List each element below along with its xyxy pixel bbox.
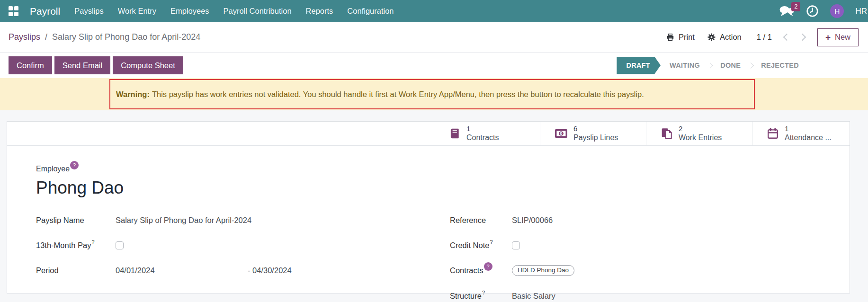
menu-reports[interactable]: Reports [306,7,333,16]
workflow-buttons: Confirm Send Email Compute Sheet [9,56,183,74]
printer-icon [666,33,675,42]
help-question-badge[interactable]: ? [484,262,492,271]
stat-button-attendance[interactable]: 1 Attendance ... [752,122,850,145]
field-structure: Structure? Basic Salary [450,291,850,301]
navbar-right: 2 H HR [779,4,868,18]
copy-pages-icon [661,127,673,140]
status-draft[interactable]: DRAFT [617,57,661,74]
contracts-label: Contracts? [450,266,512,275]
activity-clock-icon[interactable] [806,5,819,18]
stat-text: 1 Contracts [466,124,499,143]
form-body: Employee ? Phong Dao Payslip Name Salary… [7,146,850,302]
period-label: Period [36,266,116,275]
action-button[interactable]: Action [707,33,742,42]
confirm-button[interactable]: Confirm [9,56,52,74]
pager: 1 / 1 [757,33,772,42]
field-payslip-name: Payslip Name Salary Slip of Phong Dao fo… [36,215,450,225]
contract-tag[interactable]: HĐLĐ Phong Dao [512,265,574,276]
user-name[interactable]: HR [855,7,867,16]
stat-label: Contracts [466,133,499,143]
form-column-left: Payslip Name Salary Slip of Phong Dao fo… [36,215,450,302]
stat-text: 1 Attendance ... [785,124,832,143]
stat-text: 6 Payslip Lines [573,124,618,143]
book-icon [448,127,461,140]
reference-value[interactable]: SLIP/00066 [512,216,553,225]
warning-prefix: Warning: [116,90,150,99]
warning-highlight-box: Warning: This payslip has work entries n… [109,79,755,109]
credit-note-checkbox[interactable] [512,241,520,249]
status-waiting[interactable]: WAITING [663,62,706,69]
compute-sheet-button[interactable]: Compute Sheet [113,56,183,74]
stat-count: 1 [466,124,499,133]
navbar-left: Payroll Payslips Work Entry Employees Pa… [9,6,394,17]
breadcrumb-separator: / [45,32,47,42]
action-label: Action [720,33,742,42]
stat-button-contracts[interactable]: 1 Contracts [434,122,540,145]
payslip-name-label: Payslip Name [36,216,116,225]
new-button[interactable]: + New [817,28,859,46]
stat-count: 1 [785,124,832,133]
print-label: Print [679,33,695,42]
stat-text: 2 Work Entries [679,124,722,143]
messages-count-badge: 2 [791,2,800,11]
avatar[interactable]: H [830,4,844,18]
apps-grid-icon[interactable] [9,6,18,16]
control-panel-right: Print Action 1 / 1 + New [666,28,859,46]
field-period: Period 04/01/2024 - 04/30/2024 [36,265,450,275]
action-row: Confirm Send Email Compute Sheet DRAFT W… [0,53,868,78]
stat-label: Work Entries [679,133,722,143]
pager-next-button[interactable] [799,34,806,41]
help-superscript: ? [490,239,492,245]
statusbar: DRAFT WAITING DONE REJECTED [617,57,805,74]
control-panel: Payslips / Salary Slip of Phong Dao for … [0,22,868,53]
stat-button-payslip-lines[interactable]: 0 6 Payslip Lines [540,122,646,145]
employee-field-label: Employee ? [36,165,850,173]
status-rejected[interactable]: REJECTED [755,62,805,69]
app-name[interactable]: Payroll [30,6,60,17]
structure-label: Structure? [450,292,512,301]
status-separator-icon [707,62,713,69]
help-question-badge[interactable]: ? [70,161,79,169]
payslip-name-value[interactable]: Salary Slip of Phong Dao for April-2024 [116,216,251,225]
status-separator-icon [748,62,754,69]
menu-payroll-contribution[interactable]: Payroll Contribution [224,7,292,16]
stat-count: 2 [679,124,722,133]
main-content: 1 Contracts 0 6 Payslip Lines [0,110,868,293]
menu-payslips[interactable]: Payslips [74,7,103,16]
employee-label-text: Employee [36,165,70,173]
breadcrumb-current: Salary Slip of Phong Dao for April-2024 [52,32,200,42]
pager-previous-button[interactable] [783,34,791,41]
help-superscript: ? [91,239,94,245]
menu-configuration[interactable]: Configuration [347,7,394,16]
warning-banner: Warning: This payslip has work entries n… [0,78,868,110]
print-button[interactable]: Print [666,33,695,42]
stat-buttons-row: 1 Contracts 0 6 Payslip Lines [7,122,850,146]
menu-employees[interactable]: Employees [170,7,209,16]
menu-work-entry[interactable]: Work Entry [118,7,156,16]
structure-value[interactable]: Basic Salary [512,292,555,301]
employee-name[interactable]: Phong Dao [36,178,850,198]
period-end-value[interactable]: - 04/30/2024 [248,266,292,275]
field-credit-note: Credit Note? [450,240,850,250]
period-start-value[interactable]: 04/01/2024 [116,266,248,275]
gear-icon [707,33,716,42]
field-13th-month-pay: 13th-Month Pay? [36,240,450,250]
form-sheet: 1 Contracts 0 6 Payslip Lines [7,121,850,293]
field-contracts: Contracts? HĐLĐ Phong Dao [450,265,850,276]
thirteenth-month-pay-label: 13th-Month Pay? [36,241,116,250]
field-reference: Reference SLIP/00066 [450,215,850,225]
svg-text:0: 0 [560,131,562,136]
help-superscript: ? [482,290,485,295]
send-email-button[interactable]: Send Email [54,56,110,74]
stat-button-work-entries[interactable]: 2 Work Entries [646,122,752,145]
plus-icon: + [825,33,831,42]
thirteenth-month-pay-checkbox[interactable] [116,241,124,249]
breadcrumb-payslips-link[interactable]: Payslips [9,32,40,42]
stat-label: Attendance ... [785,133,832,143]
messages-button[interactable]: 2 [779,5,795,18]
credit-note-label: Credit Note? [450,241,512,250]
status-done[interactable]: DONE [714,62,747,69]
new-label: New [835,33,850,42]
calendar-icon [767,127,779,140]
stat-count: 6 [573,124,618,133]
